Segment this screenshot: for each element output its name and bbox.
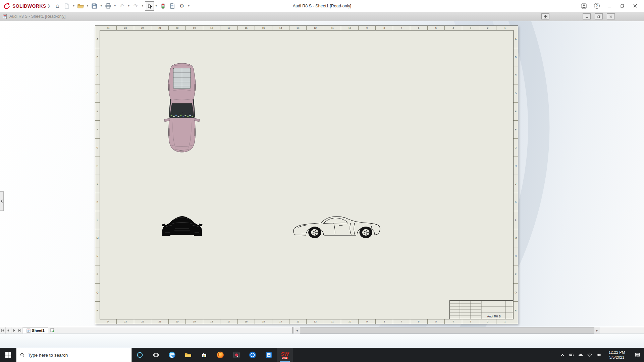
minimize-button[interactable]	[604, 1, 615, 11]
taskbar-clock[interactable]: 12:22 PM 3/5/2021	[603, 348, 631, 362]
cortana-button[interactable]	[132, 348, 148, 362]
viewport-layout-button[interactable]	[541, 13, 549, 19]
photos-app-icon	[265, 351, 273, 359]
search-input[interactable]	[28, 353, 128, 358]
home-button[interactable]: ⌂	[53, 1, 62, 11]
zone-ruler-left: ABCDEFGHJKLMNPQR	[95, 30, 100, 319]
last-sheet-button[interactable]	[17, 327, 23, 334]
featuremanager-flyout-tab[interactable]	[0, 191, 4, 211]
scroll-right-button[interactable]: ▸	[594, 327, 600, 334]
clock-time: 12:22 PM	[608, 350, 625, 355]
action-center-icon	[635, 352, 640, 358]
add-sheet-button[interactable]	[48, 327, 57, 334]
sheet-tab-label: Sheet1	[32, 328, 45, 333]
solidworks-year-badge: 2021	[282, 357, 288, 359]
media-app-icon	[232, 351, 240, 359]
solidworks-logo-mark	[3, 3, 11, 9]
car-top-view[interactable]	[162, 63, 202, 153]
document-title: Audi R8 S - Sheet1 [Read-only]	[9, 14, 65, 19]
redo-button[interactable]: ↷	[131, 1, 140, 11]
battery-tray-button[interactable]	[567, 348, 576, 362]
doc-minimize-button[interactable]	[583, 13, 591, 19]
file-properties-icon	[170, 3, 175, 9]
car-front-view[interactable]	[162, 213, 203, 239]
save-icon	[91, 3, 97, 9]
maximize-button[interactable]	[616, 1, 628, 11]
open-dropdown[interactable]: ▾	[86, 1, 90, 11]
windows-start-icon	[5, 352, 11, 358]
account-icon	[581, 3, 587, 9]
save-button[interactable]	[90, 1, 99, 11]
brand-expand-arrow[interactable]: ❯	[47, 4, 50, 8]
close-button[interactable]	[629, 1, 641, 11]
sheet-icon	[26, 328, 31, 333]
photos-app-button[interactable]	[261, 348, 277, 362]
car-side-view[interactable]	[292, 212, 384, 240]
close-icon	[633, 4, 637, 8]
document-title-bar: Audi R8 S - Sheet1 [Read-only]	[0, 12, 644, 21]
previous-sheet-button[interactable]	[6, 327, 11, 334]
next-sheet-button[interactable]	[11, 327, 17, 334]
title-block[interactable]: Audi R8 S	[449, 300, 513, 319]
doc-restore-icon	[597, 15, 600, 18]
select-tool-button[interactable]	[145, 1, 154, 11]
solidworks-app-button[interactable]: SW 2021	[277, 348, 293, 362]
new-document-dropdown[interactable]: ▾	[72, 1, 76, 11]
horizontal-scrollbar[interactable]: ◂ ▸	[294, 327, 600, 334]
options-dropdown[interactable]: ▾	[187, 1, 191, 11]
help-button[interactable]: ?	[591, 1, 602, 11]
media-app-button[interactable]	[228, 348, 245, 362]
minimize-icon	[608, 4, 611, 8]
microsoft-store-button[interactable]	[196, 348, 212, 362]
print-button[interactable]	[104, 1, 113, 11]
solidworks-app-icon: SW	[281, 351, 289, 356]
onedrive-tray-button[interactable]	[576, 348, 585, 362]
drawing-sheet[interactable]: 242322212019181716151413121110987654321 …	[95, 25, 518, 324]
graphics-area[interactable]: 242322212019181716151413121110987654321 …	[0, 21, 644, 327]
open-button[interactable]	[76, 1, 85, 11]
blue-round-app-icon	[249, 351, 257, 359]
start-button[interactable]	[0, 348, 16, 362]
doc-close-button[interactable]	[607, 13, 615, 19]
taskbar-search[interactable]	[16, 348, 132, 362]
file-explorer-button[interactable]	[180, 348, 196, 362]
select-tool-dropdown[interactable]: ▾	[154, 1, 158, 11]
zone-ruler-top: 242322212019181716151413121110987654321	[100, 26, 514, 30]
title-block-part-name: Audi R8 S	[482, 313, 506, 319]
wifi-icon	[587, 353, 592, 357]
redo-dropdown[interactable]: ▾	[141, 1, 145, 11]
blue-round-app-button[interactable]	[245, 348, 261, 362]
volume-tray-button[interactable]	[594, 348, 603, 362]
cloud-icon	[578, 353, 583, 357]
file-properties-button[interactable]	[168, 1, 177, 11]
rebuild-button[interactable]	[159, 1, 168, 11]
scrollbar-thumb[interactable]	[300, 327, 594, 334]
doc-restore-button[interactable]	[595, 13, 603, 19]
task-view-button[interactable]	[148, 348, 164, 362]
doc-close-icon	[609, 15, 612, 18]
new-document-button[interactable]	[62, 1, 71, 11]
firefox-button[interactable]	[212, 348, 228, 362]
system-tray: 12:22 PM 3/5/2021	[558, 348, 644, 362]
undo-dropdown[interactable]: ▾	[127, 1, 131, 11]
print-dropdown[interactable]: ▾	[113, 1, 117, 11]
first-sheet-button[interactable]	[0, 327, 6, 334]
undo-button[interactable]: ↶	[117, 1, 126, 11]
scroll-left-button[interactable]: ◂	[294, 327, 300, 334]
volume-icon	[596, 353, 601, 357]
action-center-button[interactable]	[631, 348, 644, 362]
account-button[interactable]	[578, 1, 590, 11]
sheet-tab-active[interactable]: Sheet1	[23, 327, 48, 334]
hidden-icons-button[interactable]	[558, 348, 567, 362]
network-tray-button[interactable]	[585, 348, 594, 362]
save-dropdown[interactable]: ▾	[99, 1, 103, 11]
search-icon	[20, 353, 25, 358]
options-button[interactable]: ⚙	[177, 1, 186, 11]
status-bar	[0, 334, 644, 348]
solidworks-logo[interactable]: SOLIDWORKS	[3, 3, 46, 9]
windows-taskbar: SW 2021	[0, 348, 644, 362]
redo-icon: ↷	[133, 3, 138, 8]
document-layout-control	[541, 13, 549, 19]
edge-browser-button[interactable]	[164, 348, 180, 362]
solidworks-wordmark: SOLIDWORKS	[12, 3, 46, 9]
